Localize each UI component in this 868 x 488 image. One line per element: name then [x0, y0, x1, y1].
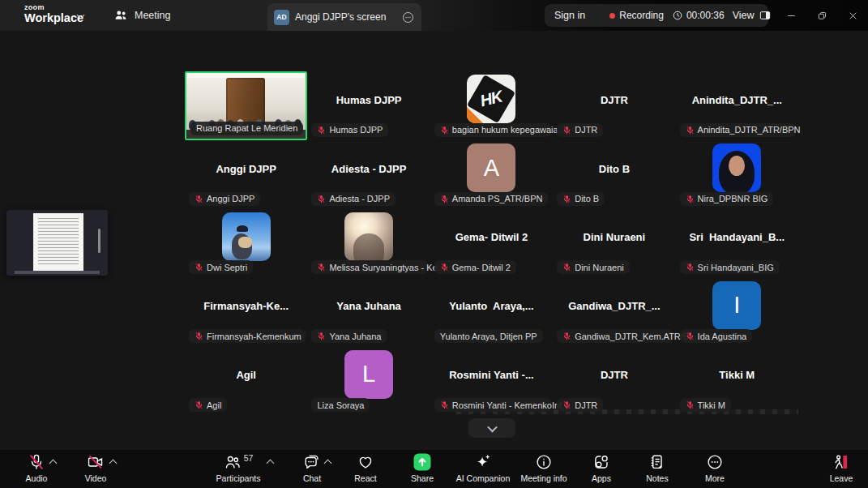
tab-meeting[interactable]: Meeting: [105, 5, 178, 26]
shared-screen-thumbnail[interactable]: [6, 210, 108, 276]
recording-dot-icon: [609, 13, 615, 19]
participant-tile[interactable]: Nira_DPBNR BIG: [676, 140, 798, 209]
participant-display-name: Humas DJPP: [336, 94, 402, 106]
participant-tile[interactable]: DJTRDJTR: [553, 71, 675, 140]
participant-tile[interactable]: Sri Handayani_B...Sri Handayani_BIG: [676, 209, 798, 278]
participant-tile[interactable]: Tikki MTikki M: [676, 346, 798, 415]
participant-tile[interactable]: Anindita_DJTR_...Anindita_DJTR_ATR/BPN: [676, 71, 798, 140]
screen-tab-label: Anggi DJPP's screen: [295, 11, 396, 23]
meeting-timer: 00:00:36: [672, 10, 725, 21]
participant-tile[interactable]: Firmansyah-Ke...Firmansyah-Kemenkum: [185, 277, 307, 346]
participant-display-name: Agil: [236, 369, 256, 381]
participant-name-label: Dini Nuraeni: [557, 260, 630, 274]
camera-muted-icon: [87, 452, 105, 472]
participant-name-label: Ruang Rapat Le Meridien: [190, 122, 303, 135]
muted-mic-icon: [440, 263, 449, 272]
apps-icon: [592, 452, 610, 472]
muted-mic-icon: [686, 263, 695, 272]
participant-display-name: Anindita_DJTR_...: [692, 94, 782, 106]
document-text-lines: [38, 218, 79, 265]
participant-name-label: DJTR: [557, 398, 603, 412]
participant-tile[interactable]: Dini NuraeniDini Nuraeni: [553, 209, 675, 278]
clock-icon: [672, 10, 683, 21]
participant-tile[interactable]: Dwi Septri: [185, 209, 307, 278]
participant-name-label: Gandiwa_DJTR_Kem.ATR/B...: [557, 329, 673, 343]
participants-label: Participants: [216, 473, 261, 483]
leave-label: Leave: [830, 473, 853, 483]
grid-page-down-button[interactable]: [468, 418, 515, 438]
audio-label: Audio: [26, 473, 48, 483]
participant-display-name: Sri Handayani_B...: [689, 231, 785, 243]
participant-tile[interactable]: Rosmini Yanti -...Rosmini Yanti - Kemenk…: [430, 346, 553, 415]
participant-tile[interactable]: Ruang Rapat Le Meridien: [185, 71, 307, 140]
participant-tile[interactable]: Adiesta - DJPPAdiesta - DJPP: [307, 140, 430, 209]
participant-name-label: Amanda PS_ATR/BPN: [434, 192, 549, 206]
close-button[interactable]: [837, 0, 868, 31]
participant-name-label: Adiesta - DJPP: [311, 192, 396, 206]
muted-mic-icon: [317, 332, 326, 340]
sign-in-button[interactable]: Sign in: [554, 10, 585, 21]
participant-tile[interactable]: Gema- Ditwil 2Gema- Ditwil 2: [430, 209, 553, 278]
video-button[interactable]: Video: [59, 452, 132, 483]
restore-button[interactable]: [806, 0, 837, 31]
participant-display-name: Firmansyah-Ke...: [203, 300, 289, 312]
participant-tile[interactable]: Anggi DJPPAnggi DJPP: [185, 140, 307, 209]
document-scrollbar: [98, 229, 100, 254]
participants-icon: [224, 453, 242, 471]
participant-tile[interactable]: Humas DJPPHumas DJPP: [307, 71, 430, 140]
heart-icon: [357, 452, 374, 472]
react-label: React: [354, 473, 376, 483]
participants-button[interactable]: 57 Participants: [202, 452, 275, 483]
participant-tile[interactable]: AgilAgil: [185, 346, 307, 415]
view-button[interactable]: View: [733, 9, 772, 22]
participant-tile[interactable]: LLiza Soraya: [307, 346, 430, 415]
participant-name-label: Sri Handayani_BIG: [680, 260, 780, 274]
notes-label: Notes: [646, 473, 668, 483]
participant-tile[interactable]: Yulanto Araya,...Yulanto Araya, Ditjen P…: [430, 277, 553, 346]
zoom-workplace-logo[interactable]: zoom Workplace: [24, 4, 83, 24]
recording-indicator[interactable]: Recording: [609, 10, 664, 21]
share-screen-icon: [413, 452, 432, 472]
chevron-down-icon: [487, 422, 498, 432]
avatar: AD: [274, 10, 289, 25]
participant-tile[interactable]: Dito BDito B: [553, 140, 675, 209]
document-statusbar: [15, 271, 100, 274]
muted-mic-icon: [317, 263, 326, 272]
titlebar: zoom Workplace Meeting AD Anggi DJPP's s…: [0, 0, 868, 31]
muted-mic-icon: [562, 332, 571, 340]
tab-options-icon[interactable]: [401, 11, 415, 24]
participant-name-label: Agil: [189, 398, 227, 412]
tab-screen-share[interactable]: AD Anggi DJPP's screen: [267, 3, 421, 31]
participant-grid: Ruang Rapat Le MeridienHumas DJPPHumas D…: [185, 71, 798, 415]
muted-mic-icon: [440, 400, 449, 409]
participant-name-label: bagian hukum kepegawaia...: [434, 123, 551, 137]
participant-name-label: Tikki M: [680, 398, 731, 412]
participant-display-name: Dito B: [599, 163, 630, 175]
muted-mic-icon: [562, 126, 571, 135]
timer-value: 00:00:36: [686, 10, 725, 21]
participant-tile[interactable]: IIda Agustina: [676, 277, 798, 346]
minimize-button[interactable]: [776, 0, 806, 31]
mic-muted-icon: [28, 452, 45, 472]
participant-name-label: Dwi Septri: [189, 260, 253, 274]
view-label: View: [733, 10, 755, 21]
video-label: Video: [85, 473, 107, 483]
more-button[interactable]: More: [678, 452, 751, 483]
participant-tile[interactable]: Gandiwa_DJTR_...Gandiwa_DJTR_Kem.ATR/B..…: [553, 277, 675, 346]
participant-name-label: Nira_DPBNR BIG: [680, 192, 774, 206]
chat-label: Chat: [303, 473, 321, 483]
leave-button[interactable]: Leave: [805, 452, 868, 483]
participant-name-label: Ida Agustina: [680, 329, 753, 343]
meeting-main-area: Ruang Rapat Le MeridienHumas DJPPHumas D…: [0, 31, 868, 450]
participant-tile[interactable]: AAmanda PS_ATR/BPN: [430, 140, 553, 209]
logo-text-zoom: zoom: [24, 4, 83, 11]
participant-tile[interactable]: HKbagian hukum kepegawaia...: [430, 71, 553, 140]
participant-tile[interactable]: DJTRDJTR: [553, 346, 675, 415]
participant-display-name: DJTR: [601, 369, 628, 381]
meeting-info-label: Meeting info: [520, 473, 567, 483]
meeting-tab-label: Meeting: [135, 10, 170, 21]
participant-name-label: Firmansyah-Kemenkum: [189, 329, 306, 343]
participant-name-label: Gema- Ditwil 2: [434, 260, 516, 274]
participant-tile[interactable]: Yana JuhanaYana Juhana: [307, 277, 430, 346]
participant-tile[interactable]: Melissa Suryaningtyas - Ke...: [307, 209, 430, 278]
